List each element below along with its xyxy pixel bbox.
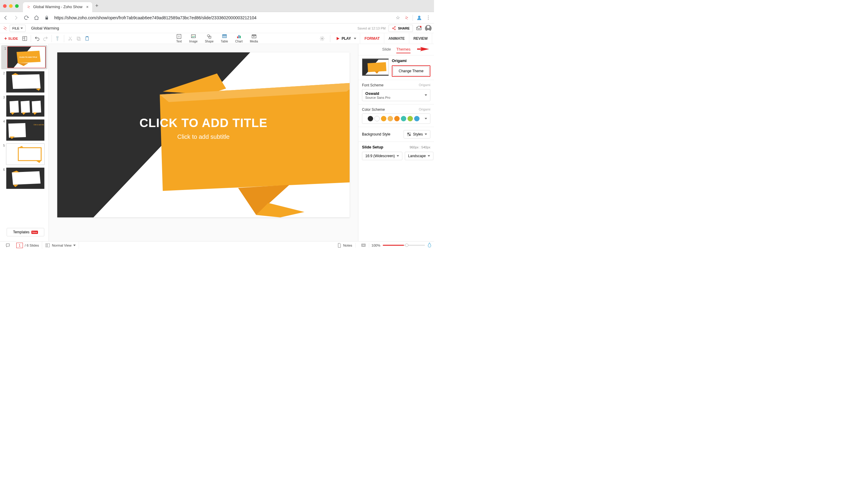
svg-marker-39 (21, 101, 30, 113)
svg-rect-6 (78, 38, 80, 40)
page-input[interactable] (16, 243, 23, 248)
share-button[interactable]: SHARE (388, 25, 413, 32)
document-title[interactable]: Global Warming (31, 26, 59, 30)
minimize-window-button[interactable] (9, 4, 13, 8)
thumbnail-3[interactable]: 3 (1, 95, 47, 117)
browser-tab[interactable]: Global Warming - Zoho Show × (23, 2, 92, 12)
home-button[interactable] (34, 15, 39, 21)
aspect-ratio-select[interactable]: 16:9 (Widescreen) (362, 152, 403, 160)
app-logo-icon (2, 26, 8, 31)
notes-toggle[interactable]: Notes (334, 243, 356, 248)
svg-marker-65 (367, 62, 386, 72)
insert-chart-button[interactable]: Chart (235, 34, 242, 43)
font-scheme-section: Font Scheme Origami Oswald Source Sans P… (358, 80, 434, 104)
slide-subtab[interactable]: Slide (382, 47, 391, 53)
insert-image-button[interactable]: Image (189, 34, 198, 43)
svg-text:CLICK TO ADD TITLE: CLICK TO ADD TITLE (19, 56, 37, 58)
close-window-button[interactable] (3, 4, 7, 8)
browser-menu-icon[interactable]: ⋮ (425, 15, 431, 21)
notifications-icon[interactable] (416, 25, 422, 31)
play-button[interactable]: PLAY (334, 37, 358, 41)
file-menu-label: FILE (12, 26, 19, 30)
chevron-down-icon (21, 27, 23, 29)
fit-icon[interactable] (358, 243, 369, 248)
orientation-select[interactable]: Landscape (405, 152, 433, 160)
background-section: Background Style Styles (358, 127, 434, 142)
insert-shape-button[interactable]: Shape (205, 34, 214, 43)
add-slide-label: SLIDE (8, 37, 18, 40)
undo-button[interactable] (34, 36, 40, 41)
thumbnail-6[interactable]: 6 (1, 167, 47, 189)
layout-icon[interactable] (22, 36, 28, 41)
zoom-slider[interactable] (383, 245, 425, 246)
play-icon (336, 37, 340, 41)
change-theme-button[interactable]: Change Theme (393, 67, 429, 76)
maximize-window-button[interactable] (15, 4, 19, 8)
thumbnail-4[interactable]: 4 Click to add title (1, 119, 47, 141)
file-menu-button[interactable]: FILE (10, 25, 26, 32)
back-button[interactable] (3, 15, 9, 21)
color-swatch (408, 116, 413, 121)
tab-title: Global Warming - Zoho Show (33, 5, 86, 9)
svg-rect-25 (252, 35, 256, 36)
reload-button[interactable] (24, 15, 29, 21)
canvas-area[interactable]: CLICK TO ADD TITLE Click to add subtitle (49, 44, 358, 241)
ink-icon[interactable] (427, 243, 432, 248)
slide-canvas[interactable]: CLICK TO ADD TITLE Click to add subtitle (57, 52, 349, 218)
forward-button[interactable] (13, 15, 19, 21)
background-styles-button[interactable]: Styles (404, 130, 430, 139)
user-avatar[interactable] (425, 25, 432, 31)
color-scheme-label: Color Scheme (362, 107, 385, 112)
color-scheme-select[interactable] (362, 114, 430, 124)
settings-gear-icon[interactable] (319, 36, 325, 41)
format-painter-icon[interactable] (55, 36, 61, 41)
profile-icon[interactable] (417, 15, 422, 21)
comments-icon[interactable] (2, 241, 13, 249)
svg-marker-45 (9, 123, 26, 138)
thumbnail-1[interactable]: 1 CLICK TO ADD TITLE (1, 45, 47, 69)
view-mode-select[interactable]: Normal View (42, 241, 79, 249)
redo-button[interactable] (42, 36, 49, 41)
slide-setup-section: Slide Setup 960px : 540px 16:9 (Widescre… (358, 142, 434, 163)
new-tab-button[interactable]: + (95, 3, 99, 9)
font-scheme-select[interactable]: Oswald Source Sans Pro (362, 89, 430, 101)
insert-media-button[interactable]: Media (250, 34, 258, 43)
themes-subtab[interactable]: Themes (396, 47, 410, 53)
slide-title-block[interactable]: CLICK TO ADD TITLE Click to add subtitle (101, 116, 306, 140)
paste-icon[interactable] (84, 36, 90, 41)
format-tab[interactable]: FORMAT (360, 33, 384, 44)
svg-point-26 (321, 38, 323, 39)
insert-table-button[interactable]: Table (221, 34, 228, 43)
theme-section: Origami Change Theme (358, 55, 434, 80)
title-placeholder[interactable]: CLICK TO ADD TITLE (101, 116, 306, 130)
animate-tab[interactable]: ANIMATE (384, 33, 409, 44)
cut-icon[interactable] (67, 36, 73, 41)
view-icon (45, 243, 50, 248)
subtitle-placeholder[interactable]: Click to add subtitle (101, 133, 306, 140)
add-slide-button[interactable]: + SLIDE (2, 35, 21, 42)
status-right: Notes 100% (334, 243, 432, 248)
styles-icon (407, 132, 411, 136)
svg-rect-72 (47, 244, 50, 247)
tab-close-icon[interactable]: × (86, 4, 89, 9)
svg-rect-67 (408, 133, 409, 134)
extension-icon[interactable] (404, 15, 409, 20)
svg-point-0 (418, 16, 420, 18)
traffic-lights (3, 4, 19, 8)
svg-rect-70 (409, 134, 411, 136)
background-label: Background Style (362, 132, 390, 136)
url-field[interactable]: https://show.zoho.com/show/open/frofr7ab… (54, 15, 390, 20)
callout-highlight: Change Theme (392, 65, 430, 77)
thumbnail-2[interactable]: 2 (1, 71, 47, 93)
svg-point-1 (420, 26, 421, 27)
notes-icon (337, 243, 342, 248)
svg-rect-7 (86, 37, 88, 40)
star-bookmark-icon[interactable]: ☆ (395, 15, 400, 21)
insert-text-button[interactable]: TText (176, 34, 182, 43)
review-tab[interactable]: REVIEW (409, 33, 432, 44)
templates-button[interactable]: Templates New (7, 228, 44, 236)
chevron-down-icon (73, 244, 76, 247)
thumbnail-5[interactable]: 5 (1, 143, 47, 165)
status-bar: / 6 Slides Normal View Notes 100% (0, 241, 434, 249)
copy-icon[interactable] (76, 36, 82, 41)
